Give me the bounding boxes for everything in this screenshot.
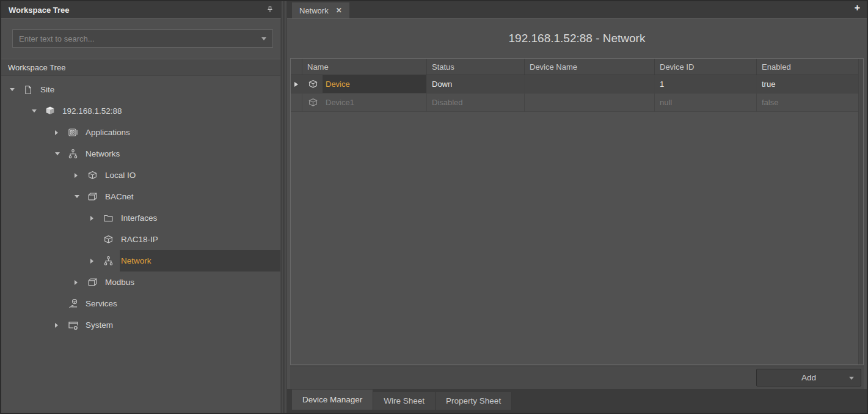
tree-item-label: System — [86, 320, 113, 330]
tree-item-system[interactable]: System — [1, 314, 280, 336]
tab-property-sheet[interactable]: Property Sheet — [436, 392, 512, 410]
tab-network[interactable]: Network ✕ — [292, 2, 349, 18]
tree-item-modbus[interactable]: Modbus — [1, 272, 280, 293]
expand-arrow-icon[interactable] — [55, 323, 64, 328]
workspace-tree-panel: Workspace Tree Workspace Tree — [1, 1, 281, 413]
network-icon — [102, 256, 115, 266]
tree-item-site[interactable]: Site — [1, 79, 280, 100]
tree-item-label: BACnet — [105, 192, 134, 201]
expand-arrow-icon[interactable] — [55, 130, 64, 135]
tree-item-controller[interactable]: 192.168.1.52:88 — [1, 100, 280, 122]
services-icon — [67, 298, 79, 309]
expand-arrow-icon[interactable] — [55, 152, 64, 155]
panel-body: Workspace Tree Site — [1, 18, 281, 413]
expand-arrow-icon[interactable] — [32, 109, 41, 113]
tree-item-local-io[interactable]: Local IO — [1, 164, 280, 186]
cell-device-name — [525, 94, 655, 111]
selector-column-header — [291, 59, 302, 75]
tree-item-network[interactable]: Network — [1, 250, 280, 272]
tree-item-label: Modbus — [105, 278, 134, 287]
tree-item-interfaces[interactable]: Interfaces — [1, 207, 280, 229]
cell-status: Disabled — [427, 94, 525, 111]
panel-splitter[interactable] — [281, 1, 287, 413]
tree-item-label: Network — [121, 256, 151, 265]
expand-arrow-icon[interactable] — [75, 173, 84, 178]
cell-name: Device1 — [323, 94, 426, 111]
column-header-status[interactable]: Status — [427, 59, 525, 75]
search-dropdown-icon[interactable] — [261, 37, 266, 40]
column-header-name[interactable]: Name — [302, 59, 427, 75]
tab-wire-sheet[interactable]: Wire Sheet — [373, 392, 436, 410]
controller-icon — [43, 106, 56, 116]
app-window: Workspace Tree Workspace Tree — [0, 0, 868, 414]
table-row-device1[interactable]: Device1 Disabled null false — [291, 94, 863, 112]
cell-device-name — [525, 75, 655, 93]
search-input[interactable] — [12, 29, 273, 48]
action-bar: Add — [290, 366, 864, 389]
name-cell: Device — [302, 75, 427, 93]
expand-arrow-icon[interactable] — [90, 259, 100, 264]
panel-title: Workspace Tree — [9, 6, 69, 15]
tree-item-label: Networks — [86, 149, 120, 158]
device-table: Name Status Device Name Device ID Enable… — [290, 58, 864, 365]
tab-label: Network — [299, 6, 329, 15]
tree-item-label: 192.168.1.52:88 — [62, 106, 122, 116]
table-row-device[interactable]: Device Down 1 true — [291, 75, 863, 94]
system-icon — [67, 320, 79, 330]
network-icon — [67, 149, 79, 159]
tree-item-label: Services — [86, 299, 117, 308]
view-title: 192.168.1.52:88 - Network — [287, 19, 867, 58]
tree-item-services[interactable]: Services — [1, 293, 280, 314]
add-dropdown-icon[interactable] — [849, 377, 854, 380]
device-icon — [102, 234, 115, 245]
close-icon[interactable]: ✕ — [336, 7, 342, 14]
main-panel: Network ✕ + 192.168.1.52:88 - Network Na… — [287, 1, 867, 413]
device-manager-view: 192.168.1.52:88 - Network Name Status De… — [287, 18, 867, 413]
tree-item-networks[interactable]: Networks — [1, 143, 280, 164]
tree-item-label: Site — [40, 85, 54, 94]
add-button-label: Add — [801, 373, 816, 382]
add-button[interactable]: Add — [756, 369, 861, 386]
device-icon — [307, 97, 319, 108]
document-icon — [21, 84, 34, 95]
tree-section-label: Workspace Tree — [1, 59, 280, 76]
column-header-device-name[interactable]: Device Name — [525, 59, 655, 75]
cell-status: Down — [427, 75, 525, 93]
cell-enabled: true — [757, 75, 863, 93]
tree-item-label: Interfaces — [121, 213, 157, 223]
row-selector-cell — [291, 94, 302, 111]
tab-strip: Network ✕ + — [287, 1, 867, 18]
table-header-row: Name Status Device Name Device ID Enable… — [291, 59, 863, 75]
folder-icon — [102, 213, 115, 223]
scrollbar[interactable] — [858, 59, 863, 364]
tree-item-applications[interactable]: Applications — [1, 122, 280, 143]
new-tab-icon[interactable]: + — [855, 3, 860, 13]
bottom-tab-bar: Device Manager Wire Sheet Property Sheet — [287, 389, 867, 413]
cell-device-id: 1 — [655, 75, 757, 93]
workspace-tree: Site 192.168.1.52:88 — [1, 76, 280, 413]
cell-name: Device — [323, 75, 426, 93]
device-icon — [307, 79, 319, 89]
expand-arrow-icon[interactable] — [75, 280, 84, 285]
tree-item-label: Applications — [86, 128, 130, 137]
search-box — [12, 29, 273, 48]
tree-item-rac18-ip[interactable]: RAC18-IP — [1, 229, 280, 250]
expand-arrow-icon[interactable] — [75, 195, 84, 198]
column-header-enabled[interactable]: Enabled — [757, 59, 863, 75]
tree-item-label: RAC18-IP — [121, 235, 158, 244]
cell-enabled: false — [757, 94, 863, 111]
device-icon — [86, 170, 99, 180]
panel-header: Workspace Tree — [1, 1, 281, 18]
name-cell: Device1 — [302, 94, 427, 111]
column-header-device-id[interactable]: Device ID — [655, 59, 757, 75]
cell-device-id: null — [655, 94, 757, 111]
tab-device-manager[interactable]: Device Manager — [292, 390, 373, 410]
protocol-icon — [86, 191, 99, 202]
tree-item-label: Local IO — [105, 171, 136, 180]
expand-arrow-icon[interactable] — [90, 216, 100, 221]
applications-icon — [67, 127, 79, 138]
pin-icon[interactable] — [265, 5, 275, 15]
tree-item-bacnet[interactable]: BACnet — [1, 186, 280, 207]
row-selector-cell — [291, 75, 302, 93]
expand-arrow-icon[interactable] — [10, 88, 19, 91]
